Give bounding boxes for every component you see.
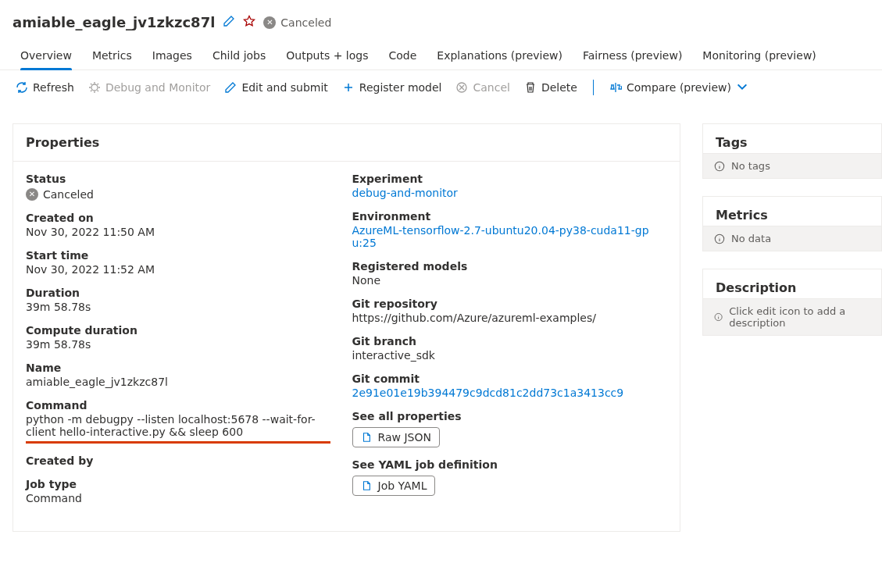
canceled-icon: ✕ [263,16,276,29]
registered-models-label: Registered models [352,260,657,273]
status-value: ✕ Canceled [26,188,94,201]
debug-label: Debug and Monitor [105,81,211,94]
environment-label: Environment [352,210,657,223]
tags-header: Tags [703,124,881,153]
raw-json-button[interactable]: Raw JSON [352,427,440,447]
cancel-button: Cancel [455,81,509,94]
duration-label: Duration [26,287,330,299]
edit-label: Edit and submit [241,81,327,94]
tab-fairness[interactable]: Fairness (preview) [583,43,682,69]
properties-header: Properties [13,124,680,162]
tags-card: Tags No tags [702,123,882,179]
compute-duration-value: 39m 58.78s [26,338,330,351]
description-value: Click edit icon to add a description [729,305,870,329]
name-label: Name [26,362,330,374]
tab-explanations[interactable]: Explanations (preview) [437,43,562,69]
properties-card: Properties Status ✕ Canceled Created on … [12,123,680,532]
command-text: python -m debugpy --listen localhost:567… [26,413,330,444]
see-all-label: See all properties [352,410,657,422]
created-on-value: Nov 30, 2022 11:50 AM [26,226,330,238]
refresh-label: Refresh [33,81,74,94]
tab-code[interactable]: Code [389,43,417,69]
start-time-label: Start time [26,249,330,262]
cancel-label: Cancel [473,81,509,94]
metrics-card: Metrics No data [702,196,882,251]
tab-outputs-logs[interactable]: Outputs + logs [286,43,368,69]
status-text: Canceled [280,16,331,29]
git-commit-label: Git commit [352,372,657,385]
register-label: Register model [359,81,442,94]
command-value: python -m debugpy --listen localhost:567… [26,413,330,444]
command-label: Command [26,399,330,412]
duration-value: 39m 58.78s [26,301,330,313]
tab-monitoring[interactable]: Monitoring (preview) [702,43,816,69]
metrics-empty: No data [703,226,881,251]
description-card: Description Click edit icon to add a des… [702,269,882,336]
page-title: amiable_eagle_jv1zkzc87l [12,14,215,30]
edit-icon[interactable] [223,15,235,30]
tags-empty: No tags [703,153,881,178]
created-on-label: Created on [26,212,330,224]
git-branch-value: interactive_sdk [352,349,657,362]
register-model-button[interactable]: Register model [342,81,442,94]
toolbar-divider [593,80,594,95]
tab-child-jobs[interactable]: Child jobs [212,43,266,69]
canceled-icon: ✕ [26,188,38,201]
svg-point-0 [91,84,98,91]
compare-button[interactable]: Compare (preview) [609,80,748,95]
name-value: amiable_eagle_jv1zkzc87l [26,376,330,388]
compute-duration-label: Compute duration [26,324,330,337]
job-type-label: Job type [26,478,330,490]
description-header: Description [703,269,881,298]
status-value-text: Canceled [43,188,94,201]
toolbar: Refresh Debug and Monitor Edit and submi… [0,70,882,105]
status-label: Status [26,173,330,185]
job-yaml-button[interactable]: Job YAML [352,476,436,496]
edit-submit-button[interactable]: Edit and submit [224,81,327,94]
job-yaml-label: Job YAML [378,479,427,492]
favorite-icon[interactable] [243,15,255,30]
see-yaml-label: See YAML job definition [352,458,657,471]
job-type-value: Command [26,492,330,504]
delete-button[interactable]: Delete [524,81,577,94]
tab-overview[interactable]: Overview [20,43,72,69]
start-time-value: Nov 30, 2022 11:52 AM [26,263,330,276]
metrics-value: No data [731,233,771,244]
git-repo-value: https://github.com/Azure/azureml-example… [352,312,657,324]
environment-link[interactable]: AzureML-tensorflow-2.7-ubuntu20.04-py38-… [352,224,657,249]
tab-images[interactable]: Images [152,43,192,69]
git-commit-link[interactable]: 2e91e01e19b394479c9dcd81c2dd73c1a3413cc9 [352,387,657,399]
registered-models-value: None [352,274,657,287]
raw-json-label: Raw JSON [378,431,431,444]
tags-value: No tags [731,160,770,172]
description-empty: Click edit icon to add a description [703,298,881,335]
experiment-label: Experiment [352,173,657,185]
delete-label: Delete [541,81,577,94]
chevron-down-icon [736,80,748,95]
refresh-button[interactable]: Refresh [16,81,74,94]
experiment-link[interactable]: debug-and-monitor [352,187,657,199]
compare-label: Compare (preview) [627,81,731,94]
metrics-header: Metrics [703,197,881,226]
tab-metrics[interactable]: Metrics [92,43,132,69]
created-by-label: Created by [26,454,330,467]
debug-monitor-button: Debug and Monitor [88,81,211,94]
tabs: Overview Metrics Images Child jobs Outpu… [0,35,882,70]
git-repo-label: Git repository [352,298,657,310]
status-badge: ✕ Canceled [263,16,331,29]
git-branch-label: Git branch [352,335,657,347]
